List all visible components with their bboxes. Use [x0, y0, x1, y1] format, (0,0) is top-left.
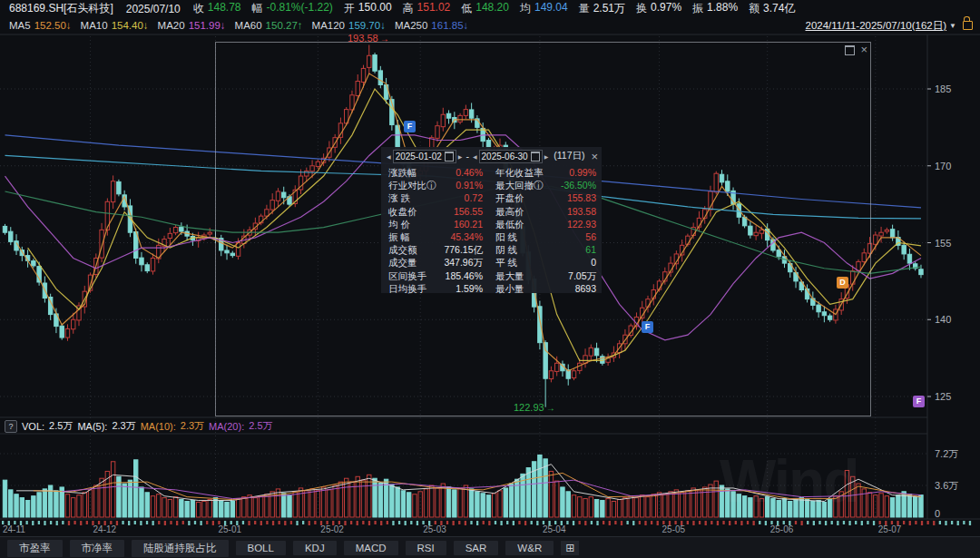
history-strip-tick [56, 521, 58, 525]
history-strip-tick [296, 521, 298, 525]
tab-陆股通持股占比[interactable]: 陆股通持股占比 [132, 540, 229, 557]
volume-bar [368, 475, 371, 517]
history-strip-tick [458, 521, 460, 524]
volume-bar [646, 497, 650, 517]
stats-row: 成交量347.96万 [381, 256, 488, 269]
volume-bar [225, 502, 229, 517]
history-strip-tick [206, 521, 208, 524]
restore-icon[interactable] [845, 45, 855, 55]
tab-RSI[interactable]: RSI [406, 541, 446, 555]
volume-bar [333, 485, 337, 517]
volume-bar [680, 493, 683, 517]
history-strip-tick [320, 521, 322, 525]
prev-date-arrow[interactable]: ◀ [473, 153, 477, 160]
history-strip-tick [681, 521, 682, 525]
tab-BOLL[interactable]: BOLL [236, 541, 286, 555]
next-date-arrow[interactable]: ▶ [458, 153, 463, 160]
tab-市净率[interactable]: 市净率 [70, 540, 125, 557]
history-strip-tick [260, 521, 262, 525]
history-strip-tick [20, 521, 22, 525]
history-strip-tick [176, 521, 178, 525]
history-strip-tick [657, 521, 659, 525]
start-date-picker[interactable]: 2025-01-02 [393, 150, 456, 163]
add-indicator-button[interactable]: ⊞ [561, 541, 579, 555]
history-strip-tick [254, 521, 256, 524]
volume-bar [617, 500, 621, 517]
history-strip-tick [926, 521, 928, 524]
volume-axis-tick: 3.6万 [935, 480, 958, 491]
history-strip-tick [446, 521, 448, 524]
event-marker-F[interactable]: F [404, 121, 416, 132]
next-date-arrow[interactable]: ▶ [544, 153, 549, 160]
volume-bar [703, 487, 707, 517]
volume-bar [413, 494, 416, 517]
history-strip-tick [951, 521, 953, 524]
volume-bar [469, 489, 473, 517]
history-strip-tick [554, 521, 556, 524]
history-strip-tick [392, 521, 394, 525]
history-strip-tick [885, 521, 887, 525]
history-strip-tick [945, 521, 946, 525]
history-strip-tick [410, 521, 412, 524]
volume-bar [208, 500, 211, 517]
history-strip-tick [543, 521, 544, 524]
event-marker-F[interactable]: F [642, 321, 653, 333]
vol-ma20-label: MA(20): [209, 421, 244, 432]
price-axis-tick: 125 [935, 391, 951, 402]
candle-body [879, 232, 883, 236]
history-strip-tick [903, 521, 905, 524]
history-strip-tick [855, 521, 857, 524]
tab-MACD[interactable]: MACD [344, 541, 398, 555]
volume-bar [25, 501, 29, 517]
history-strip-tick [128, 521, 130, 525]
volume-bar [663, 494, 667, 517]
close-icon[interactable]: × [591, 150, 598, 163]
interval-stats-panel[interactable]: ◀ 2025-01-02 ▶ - ◀ 2025-06-30 ▶ (117日) ×… [381, 147, 602, 293]
vol-ma5-label: MA(5): [77, 421, 107, 432]
history-strip-tick [825, 521, 827, 525]
end-date-picker[interactable]: 2025-06-30 [479, 150, 543, 163]
event-marker-D[interactable]: D [837, 277, 848, 289]
volume-bar [549, 471, 553, 517]
history-strip-tick [632, 521, 634, 525]
candle-body [902, 245, 906, 254]
volume-bar [220, 501, 223, 517]
event-marker-F[interactable]: F [913, 396, 925, 407]
history-strip-tick [398, 521, 400, 524]
history-strip-tick [350, 521, 352, 524]
history-strip-tick [921, 521, 923, 525]
tab-SAR[interactable]: SAR [454, 541, 499, 555]
volume-bar [54, 491, 58, 517]
history-strip-tick [50, 521, 52, 524]
vol-ma10-value: 2.3万 [181, 419, 204, 433]
history-strip-tick [387, 521, 388, 524]
history-strip-tick [506, 521, 508, 524]
calendar-icon[interactable] [531, 152, 540, 162]
help-icon[interactable]: ? [5, 420, 17, 433]
volume-bar [458, 488, 462, 517]
tab-W&R[interactable]: W&R [505, 541, 554, 555]
x-axis-month-label: 25-05 [662, 524, 686, 534]
volume-bar [32, 496, 35, 517]
candle-body [151, 258, 154, 270]
tab-市盈率[interactable]: 市盈率 [7, 540, 63, 557]
history-strip-tick [14, 521, 15, 524]
history-strip-tick [290, 521, 292, 524]
volume-bar [589, 497, 593, 517]
tab-KDJ[interactable]: KDJ [293, 541, 337, 555]
volume-axis-tick: 0 [935, 508, 940, 519]
volume-bar [242, 497, 246, 517]
x-axis-month-label: 24-12 [93, 524, 117, 534]
history-strip-tick [807, 521, 808, 524]
history-strip-tick [765, 521, 767, 525]
volume-bar [122, 484, 126, 517]
close-icon[interactable]: × [860, 44, 867, 55]
volume-bar [253, 498, 257, 517]
history-strip-tick [374, 521, 376, 524]
calendar-icon[interactable] [445, 152, 454, 162]
history-strip-tick [309, 521, 310, 525]
prev-date-arrow[interactable]: ◀ [387, 153, 391, 160]
volume-bar [282, 494, 286, 517]
volume-bar [436, 488, 439, 517]
wind-terminal-screen: 688169.SH[石头科技] 2025/07/10 收148.78幅-0.81… [0, 0, 980, 558]
